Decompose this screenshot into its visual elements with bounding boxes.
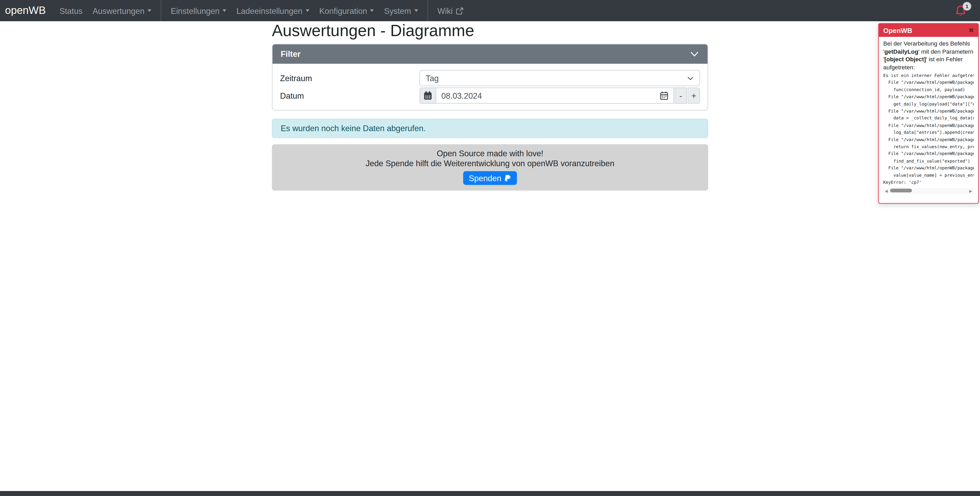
error-traceback: Es ist ein interner Fehler aufgetret Fil… [883,73,974,187]
nav-item-system[interactable]: System [379,0,423,21]
notification-bell-button[interactable]: 1 [954,3,968,18]
spenden-button-label: Spenden [469,173,501,183]
nav-item-label: Wiki [438,6,453,16]
error-toast-header: OpenWB ✖ [879,24,978,37]
date-increment-button[interactable]: + [687,87,700,104]
caret-down-icon [148,10,151,12]
caret-down-icon [305,10,309,12]
scroll-right-icon[interactable]: ▶ [968,189,974,193]
error-command-name: getDailyLog [885,48,918,55]
error-toast-body: Bei der Verarbeitung des Befehls 'getDai… [879,37,978,193]
page-title: Auswertungen - Diagramme [272,21,708,40]
notification-count-badge: 1 [963,2,971,11]
top-navbar: openWB Status Auswertungen Einstellungen… [0,0,980,21]
caret-down-icon [223,10,226,12]
datum-date-input[interactable]: 08.03.2024 [436,87,674,104]
brand-logo[interactable]: openWB [5,5,46,17]
nav-item-label: Einstellungen [171,6,220,16]
nav-item-einstellungen[interactable]: Einstellungen [166,0,232,21]
toast-title: OpenWB [883,27,912,34]
navbar-divider [161,0,161,21]
calendar-icon [424,91,432,100]
filter-card-header[interactable]: Filter [273,44,708,63]
external-link-icon [456,6,464,15]
page-footer [0,491,980,496]
caret-down-icon [414,10,418,12]
page-viewport: openWB Status Auswertungen Einstellungen… [0,0,980,496]
error-message: Bei der Verarbeitung des Befehls 'getDai… [883,40,974,71]
calendar-picker-icon[interactable] [660,91,668,100]
datum-value: 08.03.2024 [441,91,482,100]
nav-item-status[interactable]: Status [54,0,88,21]
error-toast: OpenWB ✖ Bei der Verarbeitung des Befehl… [878,23,979,204]
filter-header-label: Filter [281,49,301,59]
nav-item-label: Ladeeinstellungen [237,6,302,16]
zeitraum-select[interactable]: Tag [419,70,700,86]
donation-line1: Open Source made with love! [272,149,708,158]
paypal-icon [504,174,511,182]
nav-item-ladeeinstellungen[interactable]: Ladeeinstellungen [232,0,314,21]
nav-item-wiki[interactable]: Wiki [433,0,469,21]
donation-line2: Jede Spende hilft die Weiterentwicklung … [272,158,708,168]
zeitraum-selected-value: Tag [426,73,439,83]
datum-input-group: 08.03.2024 [419,87,700,104]
nav-item-label: Auswertungen [92,6,144,16]
filter-card-body: Zeitraum Tag Datum [273,63,708,110]
nav-item-label: Status [59,6,83,16]
nav-item-auswertungen[interactable]: Auswertungen [88,0,156,21]
date-decrement-button[interactable]: - [675,87,687,104]
chevron-down-icon [690,51,700,57]
navbar-divider [427,0,428,21]
spenden-button[interactable]: Spenden [463,171,517,185]
nav-item-konfiguration[interactable]: Konfiguration [314,0,379,21]
donation-card: Open Source made with love! Jede Spende … [272,144,708,190]
datum-row: Datum [280,87,700,104]
zeitraum-row: Zeitraum Tag [280,70,700,86]
horizontal-scrollbar[interactable]: ◀ ▶ [883,188,974,193]
nav-item-label: System [384,6,411,16]
caret-down-icon [687,76,694,80]
nav-item-label: Konfiguration [319,6,367,16]
scroll-left-icon[interactable]: ◀ [883,189,889,193]
caret-down-icon [370,10,374,12]
info-alert: Es wurden noch keine Daten abgerufen. [272,119,708,138]
filter-card: Filter Zeitraum Tag [272,44,708,111]
main-content: Auswertungen - Diagramme Filter Zeitraum… [272,21,708,190]
scrollbar-thumb[interactable] [890,189,912,192]
close-icon[interactable]: ✖ [969,27,974,33]
error-parameters: [object Object] [885,55,926,62]
info-alert-text: Es wurden noch keine Daten abgerufen. [281,124,426,133]
calendar-addon [419,87,436,104]
zeitraum-label: Zeitraum [280,73,419,83]
datum-label: Datum [280,91,419,100]
